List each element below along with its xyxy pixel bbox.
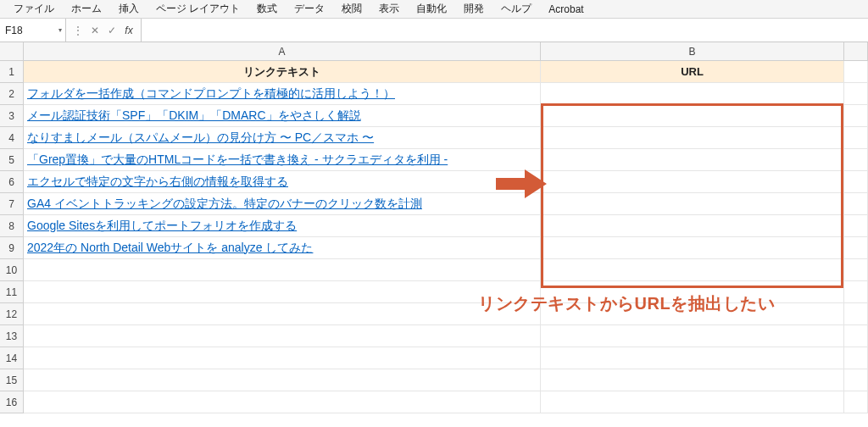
hyperlink[interactable]: 「Grep置換」で大量のHTMLコードを一括で書き換え - サクラエディタを利用… (27, 152, 448, 168)
table-row (24, 325, 868, 347)
menu-item-help[interactable]: ヘルプ (492, 2, 540, 16)
cell-rest[interactable] (844, 259, 868, 280)
row-header-4[interactable]: 4 (0, 127, 23, 149)
row-header-14[interactable]: 14 (0, 347, 23, 369)
row-header-3[interactable]: 3 (0, 105, 23, 127)
enter-icon[interactable]: ✓ (103, 25, 120, 36)
column-header-rest[interactable] (844, 42, 868, 60)
cell-b2[interactable] (541, 83, 844, 104)
cell-a6[interactable]: エクセルで特定の文字から右側の情報を取得する (24, 171, 541, 192)
cell-b5[interactable] (541, 149, 844, 170)
cell-a14[interactable] (24, 347, 541, 369)
fx-icon[interactable]: fx (120, 25, 137, 36)
cell-b8[interactable] (541, 215, 844, 236)
hyperlink[interactable]: なりすましメール（スパムメール）の見分け方 〜 PC／スマホ 〜 (27, 130, 374, 146)
row-header-9[interactable]: 9 (0, 237, 23, 259)
cell-b13[interactable] (541, 325, 844, 347)
cell-a12[interactable] (24, 303, 541, 324)
menu-item-formulas[interactable]: 数式 (248, 2, 286, 16)
formula-input[interactable] (142, 19, 868, 42)
cell-a15[interactable] (24, 369, 541, 391)
cell-rest[interactable] (844, 281, 868, 302)
row-header-5[interactable]: 5 (0, 149, 23, 171)
hyperlink[interactable]: エクセルで特定の文字から右側の情報を取得する (27, 175, 288, 190)
cell-b3[interactable] (541, 105, 844, 126)
cell-rest[interactable] (844, 347, 868, 369)
cell-rest[interactable] (844, 193, 868, 214)
cell-rest[interactable] (844, 149, 868, 170)
menu-item-acrobat[interactable]: Acrobat (540, 3, 592, 15)
cell-rest[interactable] (844, 83, 868, 104)
row-header-2[interactable]: 2 (0, 83, 23, 105)
row-header-16[interactable]: 16 (0, 391, 23, 413)
cell-b1[interactable]: URL (541, 61, 844, 82)
row-header-7[interactable]: 7 (0, 193, 23, 215)
hyperlink[interactable]: フォルダを一括作成（コマンドプロンプトを積極的に活用しよう！） (27, 86, 395, 102)
hyperlink[interactable]: GA4 イベントトラッキングの設定方法。特定のバナーのクリック数を計測 (27, 197, 422, 212)
cell-a8[interactable]: Google Sitesを利用してポートフォリオを作成する (24, 215, 541, 236)
name-box[interactable]: F18 ▾ (0, 19, 66, 42)
select-all-corner[interactable] (0, 42, 24, 61)
row-header-12[interactable]: 12 (0, 303, 23, 325)
cell-b7[interactable] (541, 193, 844, 214)
cell-a7[interactable]: GA4 イベントトラッキングの設定方法。特定のバナーのクリック数を計測 (24, 193, 541, 214)
row-header-15[interactable]: 15 (0, 369, 23, 391)
row-header-10[interactable]: 10 (0, 259, 23, 281)
row-header-13[interactable]: 13 (0, 325, 23, 347)
cell-rest[interactable] (844, 391, 868, 413)
cell-rest[interactable] (844, 61, 868, 82)
table-row (24, 303, 868, 325)
cell-b11[interactable] (541, 281, 844, 302)
menu-item-developer[interactable]: 開発 (455, 2, 492, 16)
column-header-b[interactable]: B (541, 42, 844, 60)
menu-item-insert[interactable]: 挿入 (110, 2, 147, 16)
table-row (24, 347, 868, 369)
cell-a11[interactable] (24, 281, 541, 302)
name-box-value: F18 (5, 25, 23, 36)
menu-item-pagelayout[interactable]: ページ レイアウト (147, 2, 248, 16)
hyperlink[interactable]: 2022年の North Detail Webサイトを analyze してみた (27, 241, 313, 256)
cell-a2[interactable]: フォルダを一括作成（コマンドプロンプトを積極的に活用しよう！） (24, 83, 541, 104)
cell-rest[interactable] (844, 237, 868, 258)
spreadsheet-grid[interactable]: A B 1 2 3 4 5 6 7 8 9 10 11 12 13 14 15 … (0, 42, 868, 427)
menu-item-data[interactable]: データ (286, 2, 333, 16)
cell-b4[interactable] (541, 127, 844, 148)
row-header-1[interactable]: 1 (0, 61, 23, 83)
cancel-icon[interactable]: ✕ (86, 25, 103, 36)
cell-rest[interactable] (844, 325, 868, 347)
menu-item-view[interactable]: 表示 (370, 2, 408, 16)
row-header-8[interactable]: 8 (0, 215, 23, 237)
cell-b9[interactable] (541, 237, 844, 258)
cell-a4[interactable]: なりすましメール（スパムメール）の見分け方 〜 PC／スマホ 〜 (24, 127, 541, 148)
menu-item-home[interactable]: ホーム (63, 2, 110, 16)
row-header-6[interactable]: 6 (0, 171, 23, 193)
cell-a1[interactable]: リンクテキスト (24, 61, 541, 82)
cell-b12[interactable] (541, 303, 844, 324)
cell-rest[interactable] (844, 303, 868, 324)
row-header-11[interactable]: 11 (0, 281, 23, 303)
menu-item-review[interactable]: 校閲 (333, 2, 370, 16)
cell-a9[interactable]: 2022年の North Detail Webサイトを analyze してみた (24, 237, 541, 258)
cell-rest[interactable] (844, 369, 868, 391)
cells-area: リンクテキスト URL フォルダを一括作成（コマンドプロンプトを積極的に活用しよ… (24, 61, 868, 427)
cell-rest[interactable] (844, 105, 868, 126)
menu-item-file[interactable]: ファイル (5, 2, 63, 16)
chevron-down-icon[interactable]: ▾ (58, 26, 62, 34)
cell-a16[interactable] (24, 391, 541, 413)
cell-a13[interactable] (24, 325, 541, 347)
cell-a3[interactable]: メール認証技術「SPF」「DKIM」「DMARC」をやさしく解説 (24, 105, 541, 126)
cell-rest[interactable] (844, 215, 868, 236)
cell-b10[interactable] (541, 259, 844, 280)
cell-b6[interactable] (541, 171, 844, 192)
hyperlink[interactable]: Google Sitesを利用してポートフォリオを作成する (27, 219, 297, 234)
column-header-a[interactable]: A (24, 42, 541, 60)
cell-rest[interactable] (844, 171, 868, 192)
cell-rest[interactable] (844, 127, 868, 148)
menu-item-automate[interactable]: 自動化 (408, 2, 455, 16)
cell-a5[interactable]: 「Grep置換」で大量のHTMLコードを一括で書き換え - サクラエディタを利用… (24, 149, 541, 170)
cell-a10[interactable] (24, 259, 541, 280)
hyperlink[interactable]: メール認証技術「SPF」「DKIM」「DMARC」をやさしく解説 (27, 108, 361, 124)
cell-b14[interactable] (541, 347, 844, 369)
cell-b16[interactable] (541, 391, 844, 413)
cell-b15[interactable] (541, 369, 844, 391)
